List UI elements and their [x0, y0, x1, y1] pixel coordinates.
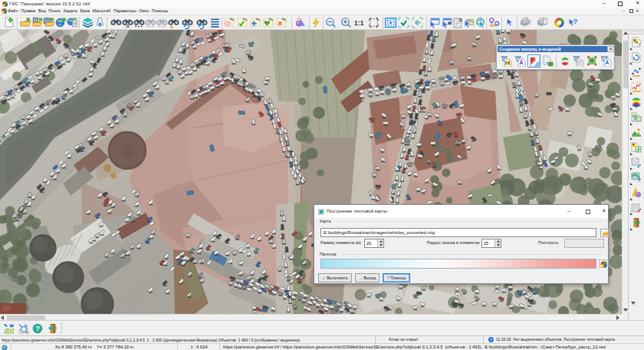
svg-text:MAP: MAP: [501, 56, 508, 59]
svg-text:?: ?: [637, 177, 641, 183]
svg-text:?: ?: [35, 324, 40, 332]
svg-text:MTW: MTW: [601, 56, 608, 59]
svg-text:MAP..: MAP..: [515, 56, 523, 59]
svg-text:a: a: [459, 17, 463, 23]
svg-text:MAP: MAP: [573, 56, 580, 59]
svg-text:1:1: 1:1: [354, 19, 364, 27]
svg-text:?: ?: [573, 17, 578, 25]
